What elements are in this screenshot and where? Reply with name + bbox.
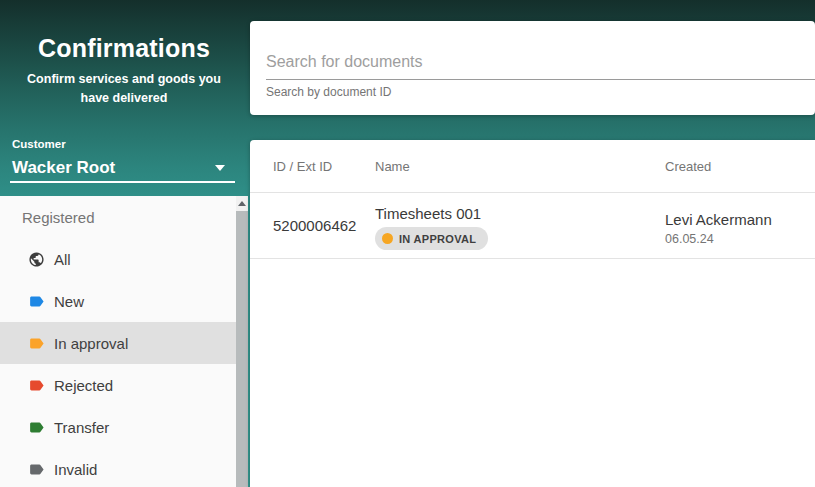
label-icon — [28, 419, 45, 436]
search-input[interactable] — [266, 44, 815, 80]
sidebar-item-rejected[interactable]: Rejected — [0, 364, 236, 406]
sidebar-header: Confirmations Confirm services and goods… — [0, 0, 248, 196]
page-title: Confirmations — [0, 0, 248, 63]
chevron-down-icon — [215, 165, 225, 171]
sidebar-item-label: Rejected — [54, 377, 113, 394]
scrollbar-thumb[interactable] — [236, 211, 248, 487]
sidebar-item-label: In approval — [54, 335, 128, 352]
table-header-row: ID / Ext ID Name Created — [250, 140, 815, 193]
sidebar-nav: Registered All New In approval Rejected — [0, 196, 236, 487]
sidebar-item-all[interactable]: All — [0, 238, 236, 280]
status-badge: IN APPROVAL — [375, 227, 488, 250]
document-id: 5200006462 — [273, 217, 356, 234]
label-icon — [28, 377, 45, 394]
created-by: Levi Ackermann — [665, 211, 772, 228]
sidebar-item-label: New — [54, 293, 84, 310]
sidebar-item-label: Invalid — [54, 461, 97, 478]
status-badge-label: IN APPROVAL — [399, 233, 476, 245]
nav-section-label: Registered — [0, 196, 236, 238]
sidebar-item-label: Transfer — [54, 419, 109, 436]
customer-value: Wacker Root — [12, 158, 115, 178]
column-header-created: Created — [665, 159, 711, 174]
column-header-id: ID / Ext ID — [273, 159, 332, 174]
table-row[interactable]: 5200006462 Timesheets 001 IN APPROVAL Le… — [250, 193, 815, 259]
search-card: Search by document ID — [250, 21, 815, 115]
sidebar-item-label: All — [54, 251, 71, 268]
scroll-up-arrow-icon — [238, 201, 246, 206]
label-icon — [28, 293, 45, 310]
search-helper-text: Search by document ID — [266, 85, 391, 99]
sidebar-item-invalid[interactable]: Invalid — [0, 448, 236, 487]
created-date: 06.05.24 — [665, 232, 714, 246]
sidebar-item-transfer[interactable]: Transfer — [0, 406, 236, 448]
customer-label: Customer — [12, 138, 66, 150]
document-name: Timesheets 001 — [375, 205, 481, 222]
app-root: Confirmations Confirm services and goods… — [0, 0, 815, 487]
column-header-name: Name — [375, 159, 410, 174]
label-icon — [28, 335, 45, 352]
status-dot-icon — [382, 233, 393, 244]
sidebar-scrollbar[interactable] — [236, 196, 248, 487]
sidebar-item-new[interactable]: New — [0, 280, 236, 322]
customer-select[interactable]: Wacker Root — [12, 154, 235, 181]
globe-icon — [28, 251, 45, 268]
label-icon — [28, 461, 45, 478]
page-subtitle: Confirm services and goods you have deli… — [13, 70, 235, 109]
sidebar-item-in-approval[interactable]: In approval — [0, 322, 236, 364]
customer-select-underline — [10, 181, 235, 183]
documents-table: ID / Ext ID Name Created 5200006462 Time… — [250, 140, 815, 487]
scroll-up-button[interactable] — [236, 196, 248, 209]
